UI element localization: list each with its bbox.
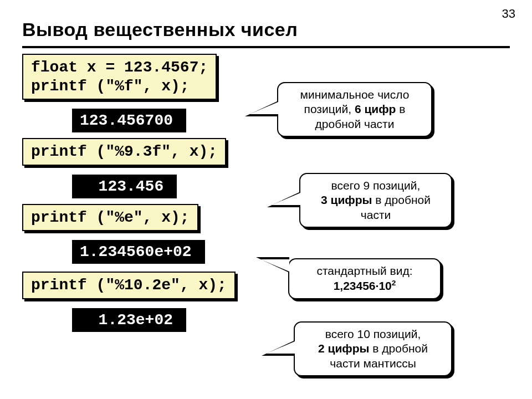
code-line: printf ("%f", x); bbox=[31, 78, 190, 95]
callout-text: позиций, bbox=[304, 103, 355, 115]
callout-text: всего 9 позиций, bbox=[331, 179, 421, 192]
slide-title: Вывод вещественных чисел bbox=[22, 17, 510, 48]
code-line: float x = 123.4567; bbox=[31, 59, 208, 76]
callout-4: всего 10 позиций, 2 цифры в дробной част… bbox=[294, 321, 452, 376]
output-box: 1.234560e+02 bbox=[72, 240, 205, 264]
callout-1: минимальное число позиций, 6 цифр в дроб… bbox=[277, 82, 432, 137]
callout-text: минимальное число bbox=[300, 88, 410, 101]
code-box: printf ("%10.2e", x); bbox=[22, 272, 236, 299]
slide: 33 Вывод вещественных чисел float x = 12… bbox=[0, 0, 532, 399]
callout-text: в bbox=[396, 103, 405, 115]
callout-bold: 2 цифры bbox=[318, 342, 369, 355]
code-block-2: printf ("%9.3f", x); bbox=[22, 138, 510, 166]
output-box: 123.456700 bbox=[72, 109, 186, 132]
callout-text: всего 10 позиций, bbox=[325, 328, 421, 340]
code-box: float x = 123.4567; printf ("%f", x); bbox=[22, 54, 217, 100]
code-block-4: printf ("%10.2e", x); bbox=[22, 272, 510, 299]
code-block-1: float x = 123.4567; printf ("%f", x); bbox=[22, 54, 510, 100]
callout-text: дробной части bbox=[315, 117, 395, 130]
code-box: printf ("%9.3f", x); bbox=[22, 138, 226, 166]
page-number: 33 bbox=[502, 7, 515, 21]
callout-text: части мантиссы bbox=[330, 357, 416, 370]
code-block-3: printf ("%e", x); bbox=[22, 204, 510, 232]
code-box: printf ("%e", x); bbox=[22, 204, 198, 232]
output-box: 123.456 bbox=[72, 175, 177, 198]
callout-bold: 6 цифр bbox=[355, 103, 396, 115]
callout-text: в дробной bbox=[370, 342, 428, 355]
output-box: 1.23e+02 bbox=[72, 308, 186, 332]
